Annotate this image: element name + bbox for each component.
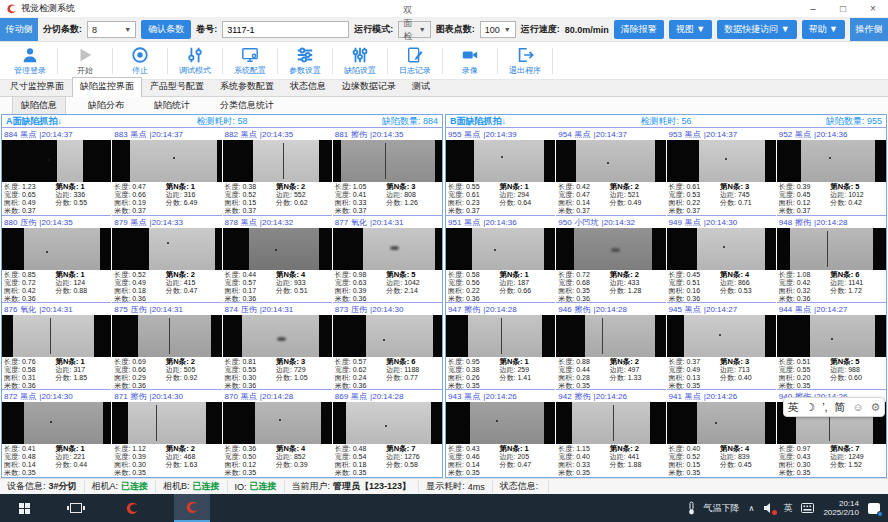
- defect-cell[interactable]: 883黑点20:14:37长度:0.47宽度:0.66面积:0.19米数:0.3…: [112, 128, 221, 215]
- defect-cell[interactable]: 953黑点20:14:37长度:0.61宽度:0.53面积:0.22米数:0.3…: [667, 128, 776, 215]
- close-button[interactable]: ×: [858, 0, 888, 17]
- defect-image[interactable]: [333, 315, 442, 357]
- defect-cell[interactable]: 941黑点20:14:26长度:0.40宽度:0.52面积:0.15米数:0.3…: [667, 389, 776, 476]
- defect-image[interactable]: [2, 315, 111, 357]
- defect-cell[interactable]: 949黑点20:14:30长度:0.45宽度:0.51面积:0.16米数:0.3…: [667, 215, 776, 302]
- defect-cell[interactable]: 878黑点20:14:32长度:0.44宽度:0.57面积:0.17米数:0.3…: [223, 215, 332, 302]
- defect-cell[interactable]: 947擦伤20:14:28长度:0.95宽度:0.38面积:0.26米数:0.3…: [446, 302, 555, 389]
- sub-tab-0[interactable]: 缺陷信息: [12, 96, 66, 115]
- defect-cell[interactable]: 951黑点20:14:36长度:0.58宽度:0.56面积:0.22米数:0.3…: [446, 215, 555, 302]
- volume-icon[interactable]: [763, 503, 774, 513]
- roll-number-input[interactable]: [222, 21, 349, 38]
- defect-image[interactable]: [333, 140, 442, 182]
- defect-image[interactable]: [667, 228, 776, 270]
- defect-cell[interactable]: 948擦伤20:14:28长度:1.08宽度:0.42面积:0.32米数:0.3…: [777, 215, 886, 302]
- defect-image[interactable]: [556, 402, 665, 444]
- defect-image[interactable]: [112, 402, 221, 444]
- tune-button[interactable]: 调试模式: [169, 45, 221, 76]
- input-language-indicator[interactable]: 英: [783, 502, 792, 515]
- log-button[interactable]: 日志记录: [389, 45, 441, 76]
- sub-tab-3[interactable]: 分类信息统计: [212, 97, 282, 114]
- defect-image[interactable]: [223, 140, 332, 182]
- slit-count-select[interactable]: 8▼: [87, 21, 136, 38]
- view-menu-button[interactable]: 视图 ▼: [669, 20, 712, 39]
- maximize-button[interactable]: □: [828, 0, 858, 17]
- sliders-h-button[interactable]: 参数设置: [279, 45, 331, 76]
- sliders-v-button[interactable]: 缺陷设置: [334, 45, 386, 76]
- stop-button[interactable]: 停止: [114, 45, 166, 76]
- ime-simplified-chinese[interactable]: 简: [835, 400, 846, 415]
- defect-image[interactable]: [667, 402, 776, 444]
- ime-emoji-icon[interactable]: ☺: [852, 401, 863, 413]
- defect-cell[interactable]: 942擦伤20:14:26长度:1.15宽度:0.40面积:0.33米数:0.3…: [556, 389, 665, 476]
- defect-cell[interactable]: 869黑点20:14:28长度:0.48宽度:0.54面积:0.18米数:0.3…: [333, 389, 442, 476]
- defect-image[interactable]: [556, 228, 665, 270]
- active-app-button[interactable]: [174, 494, 210, 522]
- defect-image[interactable]: [112, 315, 221, 357]
- defect-cell[interactable]: 880压伤20:14:35长度:0.85宽度:0.72面积:0.42米数:0.3…: [2, 215, 111, 302]
- defect-cell[interactable]: 881擦伤20:14:35长度:1.05宽度:0.41面积:0.33米数:0.3…: [333, 128, 442, 215]
- ime-settings-icon[interactable]: ⚙: [871, 401, 881, 414]
- chart-points-select[interactable]: 100▼: [480, 21, 516, 38]
- tab-2[interactable]: 产品型号配置: [142, 77, 212, 96]
- tab-0[interactable]: 尺寸监控界面: [2, 77, 72, 96]
- tab-1[interactable]: 缺陷监控界面: [72, 77, 142, 97]
- defect-image[interactable]: [777, 140, 886, 182]
- defect-cell[interactable]: 944黑点20:14:27长度:0.51宽度:0.55面积:0.20米数:0.3…: [777, 302, 886, 389]
- help-menu-button[interactable]: 帮助 ▼: [802, 20, 845, 39]
- tab-4[interactable]: 状态信息: [282, 77, 334, 96]
- defect-cell[interactable]: 877氧化20:14:31长度:0.98宽度:0.63面积:0.39米数:0.3…: [333, 215, 442, 302]
- defect-cell[interactable]: 876氧化20:14:31长度:0.76宽度:0.58面积:0.31米数:0.3…: [2, 302, 111, 389]
- run-mode-select[interactable]: 双面检测▼: [398, 21, 431, 38]
- minimize-button[interactable]: –: [798, 0, 828, 17]
- defect-cell[interactable]: 875压伤20:14:31长度:0.69宽度:0.66面积:0.29米数:0.3…: [112, 302, 221, 389]
- sub-tab-2[interactable]: 缺陷统计: [146, 97, 198, 114]
- defect-image[interactable]: [667, 140, 776, 182]
- defect-cell[interactable]: 955黑点20:14:39长度:0.55宽度:0.61面积:0.23米数:0.3…: [446, 128, 555, 215]
- defect-image[interactable]: [446, 315, 555, 357]
- defect-image[interactable]: [667, 315, 776, 357]
- defect-cell[interactable]: 873压伤20:14:30长度:0.57宽度:0.62面积:0.24米数:0.3…: [333, 302, 442, 389]
- defect-image[interactable]: [2, 140, 111, 182]
- defect-cell[interactable]: 954黑点20:14:37长度:0.42宽度:0.47面积:0.14米数:0.3…: [556, 128, 665, 215]
- confirm-slit-button[interactable]: 确认条数: [141, 20, 191, 39]
- defect-image[interactable]: [556, 315, 665, 357]
- clear-alarm-button[interactable]: 清除报警: [614, 20, 664, 39]
- defect-image[interactable]: [777, 315, 886, 357]
- weather-text[interactable]: 气温下降: [704, 502, 740, 515]
- tab-6[interactable]: 测试: [404, 77, 438, 96]
- defect-cell[interactable]: 945黑点20:14:27长度:0.37宽度:0.49面积:0.13米数:0.3…: [667, 302, 776, 389]
- exit-button[interactable]: 退出程序: [499, 45, 551, 76]
- play-button[interactable]: 开始: [59, 45, 111, 76]
- sub-tab-1[interactable]: 缺陷分布: [80, 97, 132, 114]
- tab-3[interactable]: 系统参数配置: [212, 77, 282, 96]
- pinned-app-button[interactable]: [104, 494, 160, 522]
- defect-image[interactable]: [223, 315, 332, 357]
- defect-image[interactable]: [112, 228, 221, 270]
- defect-image[interactable]: [112, 140, 221, 182]
- defect-image[interactable]: [2, 228, 111, 270]
- camera-button[interactable]: 录像: [444, 45, 496, 76]
- taskbar-clock[interactable]: 20:14 2025/2/10: [823, 499, 859, 517]
- defect-cell[interactable]: 882黑点20:14:35长度:0.38宽度:0.52面积:0.15米数:0.3…: [223, 128, 332, 215]
- task-view-button[interactable]: [48, 494, 104, 522]
- defect-cell[interactable]: 946擦伤20:14:28长度:0.88宽度:0.44面积:0.28米数:0.3…: [556, 302, 665, 389]
- defect-image[interactable]: [333, 228, 442, 270]
- start-button[interactable]: [0, 494, 48, 522]
- defect-cell[interactable]: 952黑点20:14:36长度:0.39宽度:0.45面积:0.12米数:0.3…: [777, 128, 886, 215]
- defect-image[interactable]: [446, 402, 555, 444]
- defect-image[interactable]: [223, 228, 332, 270]
- notification-icon[interactable]: [868, 503, 880, 514]
- defect-image[interactable]: [333, 402, 442, 444]
- defect-cell[interactable]: 874压伤20:14:31长度:0.81宽度:0.55面积:0.30米数:0.3…: [223, 302, 332, 389]
- defect-cell[interactable]: 943黑点20:14:26长度:0.43宽度:0.46面积:0.14米数:0.3…: [446, 389, 555, 476]
- user-button[interactable]: 管理登录: [4, 45, 56, 76]
- defect-cell[interactable]: 871擦伤20:14:30长度:1.12宽度:0.39面积:0.30米数:0.3…: [112, 389, 221, 476]
- defect-cell[interactable]: 950小凹坑20:14:32长度:0.72宽度:0.68面积:0.35米数:0.…: [556, 215, 665, 302]
- touch-keyboard-icon[interactable]: [801, 503, 814, 513]
- defect-image[interactable]: [777, 228, 886, 270]
- defect-image[interactable]: [2, 402, 111, 444]
- ime-english-mode[interactable]: 英: [787, 400, 798, 415]
- ime-moon-icon[interactable]: ☽: [805, 401, 815, 414]
- defect-cell[interactable]: 870黑点20:14:28长度:0.36宽度:0.50面积:0.12米数:0.3…: [223, 389, 332, 476]
